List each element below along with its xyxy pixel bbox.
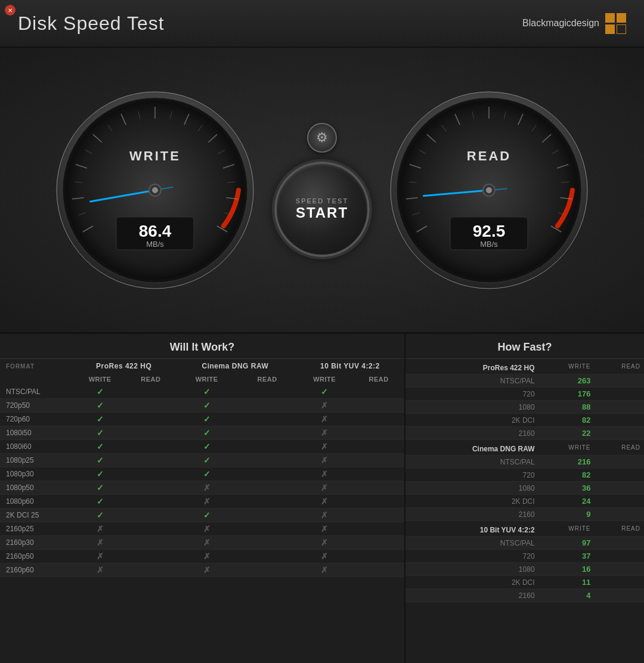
table-row: 720p50✓✓✗ (0, 399, 404, 413)
hf-data-row: 108016 (405, 563, 644, 576)
check-cell: ✓ (175, 426, 239, 440)
format-cell: 2160p60 (0, 563, 73, 577)
check-cell: ✓ (73, 495, 126, 509)
check-cell (239, 550, 295, 563)
check-cell (127, 426, 175, 440)
table-row: 1080i50✓✓✗ (0, 426, 404, 440)
format-cell: 2160p25 (0, 522, 73, 536)
hf-write-value: 24 (538, 495, 595, 508)
check-cell (239, 495, 295, 509)
hf-row-label: NTSC/PAL (405, 456, 538, 469)
write-unit: MB/s (146, 240, 164, 249)
dng-write-header: WRITE (175, 373, 239, 385)
hf-data-row: 108036 (405, 482, 644, 495)
table-row: 2160p60✗✗✗ (0, 563, 404, 577)
check-cell: ✓ (175, 454, 239, 467)
table-row: 720p60✓✓✗ (0, 413, 404, 426)
hf-write-value: 176 (538, 388, 595, 401)
hf-read-value (594, 508, 644, 521)
write-value: 86.4 (139, 222, 172, 240)
table-row: 1080p25✓✓✗ (0, 454, 404, 467)
hf-data-row: 216022 (405, 427, 644, 440)
hf-read-value (594, 456, 644, 469)
bmd-sq-2 (617, 13, 626, 23)
start-label: START (296, 205, 348, 221)
check-cell: ✓ (175, 399, 239, 413)
check-cell: ✗ (175, 550, 239, 563)
check-cell (127, 563, 175, 577)
start-button[interactable]: SPEED TEST START (274, 162, 370, 257)
check-cell (127, 536, 175, 550)
hf-data-row: NTSC/PAL216 (405, 456, 644, 469)
hf-row-label: 720 (405, 469, 538, 482)
check-cell (127, 385, 175, 399)
table-row: 1080p50✓✗✗ (0, 481, 404, 495)
check-cell: ✗ (175, 536, 239, 550)
how-fast-title: How Fast? (405, 334, 644, 359)
hf-read-value (594, 563, 644, 576)
format-subheader (0, 373, 73, 385)
check-cell (239, 399, 295, 413)
app-title: Disk Speed Test (18, 13, 165, 35)
format-cell: 2K DCI 25 (0, 509, 73, 522)
hf-read-value (594, 537, 644, 550)
hf-write-value: 36 (538, 482, 595, 495)
hf-section-header-row: ProRes 422 HQWRITEREAD (405, 359, 644, 374)
hf-data-row: 2K DCI82 (405, 414, 644, 427)
hf-section-header-row: 10 Bit YUV 4:2:2WRITEREAD (405, 521, 644, 537)
hf-row-label: 1080 (405, 563, 538, 576)
check-cell (239, 426, 295, 440)
check-cell: ✓ (296, 385, 354, 399)
check-cell: ✓ (175, 467, 239, 481)
hf-read-value (594, 374, 644, 388)
check-cell (353, 385, 404, 399)
settings-button[interactable]: ⚙ (307, 123, 337, 153)
check-cell: ✗ (296, 563, 354, 577)
bmd-sq-4 (617, 24, 626, 34)
check-cell: ✗ (296, 550, 354, 563)
table-row: 2160p25✗✗✗ (0, 522, 404, 536)
check-cell (353, 495, 404, 509)
hf-section-header-row: Cinema DNG RAWWRITEREAD (405, 440, 644, 456)
center-panel: ⚙ SPEED TEST START (274, 123, 370, 257)
check-cell: ✗ (296, 467, 354, 481)
check-cell (239, 481, 295, 495)
check-cell (127, 550, 175, 563)
hf-write-value: 82 (538, 414, 595, 427)
check-cell: ✗ (73, 563, 126, 577)
check-cell (127, 522, 175, 536)
table-row: NTSC/PAL✓✓✓ (0, 385, 404, 399)
brand-icon (605, 13, 626, 34)
hf-read-value (594, 427, 644, 440)
yuv-read-header: READ (353, 373, 404, 385)
hf-read-value (594, 495, 644, 508)
hf-row-label: 1080 (405, 482, 538, 495)
check-cell (127, 440, 175, 454)
check-cell (353, 536, 404, 550)
will-it-work-panel: Will It Work? FORMAT ProRes 422 HQ Cinem… (0, 334, 405, 663)
prores-header: ProRes 422 HQ (73, 359, 175, 373)
close-button[interactable]: ✕ (5, 5, 16, 16)
hf-write-value: 9 (538, 508, 595, 521)
format-cell: NTSC/PAL (0, 385, 73, 399)
hf-write-value: 16 (538, 563, 595, 576)
hf-read-value (594, 469, 644, 482)
check-cell (127, 413, 175, 426)
settings-icon: ⚙ (316, 130, 328, 145)
check-cell (353, 413, 404, 426)
hf-row-label: 720 (405, 388, 538, 401)
hf-write-value: 37 (538, 550, 595, 563)
will-it-work-title: Will It Work? (0, 334, 404, 359)
hf-data-row: 720176 (405, 388, 644, 401)
check-cell (127, 467, 175, 481)
hf-write-value: 97 (538, 537, 595, 550)
hf-row-label: 2160 (405, 589, 538, 602)
check-cell (239, 467, 295, 481)
check-cell: ✗ (296, 454, 354, 467)
check-cell (239, 385, 295, 399)
write-label: WRITE (129, 148, 181, 163)
will-it-work-table: FORMAT ProRes 422 HQ Cinema DNG RAW 10 B… (0, 359, 404, 577)
table-row: 1080p60✓✗✗ (0, 495, 404, 509)
bmd-sq-1 (605, 13, 615, 23)
hf-read-value (594, 550, 644, 563)
